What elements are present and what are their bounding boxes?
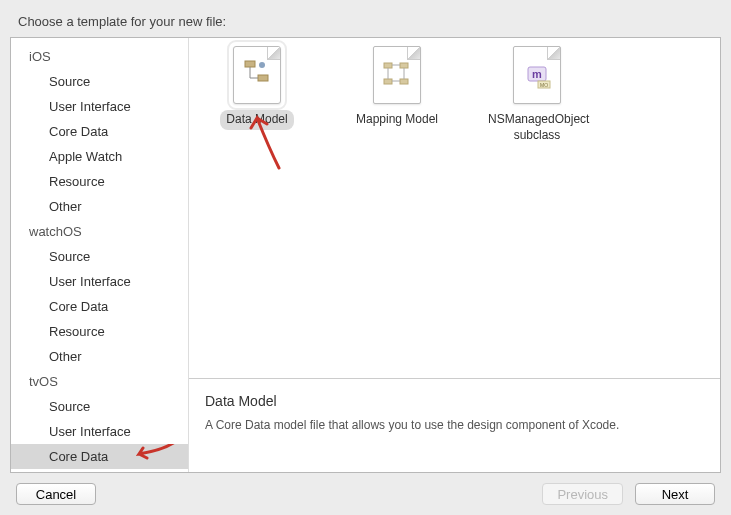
svg-point-2 [259,62,265,68]
template-label: Mapping Model [350,110,444,130]
sidebar-item-tvos-core-data[interactable]: Core Data [11,444,188,469]
detail-description: A Core Data model file that allows you t… [205,417,704,434]
dialog-title: Choose a template for your new file: [10,14,721,29]
svg-rect-1 [258,75,268,81]
svg-rect-6 [400,79,408,84]
content-area: Data Model Ma [189,38,720,472]
svg-rect-3 [384,63,392,68]
new-file-template-dialog: Choose a template for your new file: iOS… [0,0,731,515]
sidebar-item-watchos-core-data[interactable]: Core Data [11,294,188,319]
next-button[interactable]: Next [635,483,715,505]
svg-rect-4 [400,63,408,68]
sidebar-item-ios-apple-watch[interactable]: Apple Watch [11,144,188,169]
sidebar-item-tvos-source[interactable]: Source [11,394,188,419]
previous-button: Previous [542,483,623,505]
file-icon [233,46,281,104]
sidebar-item-ios-user-interface[interactable]: User Interface [11,94,188,119]
sidebar-item-ios-resource[interactable]: Resource [11,169,188,194]
svg-rect-5 [384,79,392,84]
sidebar-item-ios-other[interactable]: Other [11,194,188,219]
sidebar-item-watchos-other[interactable]: Other [11,344,188,369]
platform-header-tvos: tvOS [11,369,188,394]
template-item-nsmanagedobject-subclass[interactable]: m MO NSManagedObject subclass [481,46,593,145]
button-row: Cancel Previous Next [10,473,721,505]
detail-pane: Data Model A Core Data model file that a… [189,378,720,472]
svg-text:m: m [532,68,542,80]
sidebar-item-ios-core-data[interactable]: Core Data [11,119,188,144]
sidebar-item-watchos-source[interactable]: Source [11,244,188,269]
annotation-arrow-icon [129,444,177,464]
platform-header-watchos: watchOS [11,219,188,244]
svg-text:MO: MO [540,82,548,88]
main-content-box: iOS Source User Interface Core Data Appl… [10,37,721,473]
platform-header-ios: iOS [11,44,188,69]
detail-title: Data Model [205,393,704,409]
template-item-mapping-model[interactable]: Mapping Model [341,46,453,130]
template-item-data-model[interactable]: Data Model [201,46,313,130]
sidebar-item-ios-source[interactable]: Source [11,69,188,94]
template-grid: Data Model Ma [189,38,720,378]
sidebar-item-watchos-user-interface[interactable]: User Interface [11,269,188,294]
sidebar-item-tvos-user-interface[interactable]: User Interface [11,419,188,444]
sidebar-item-watchos-resource[interactable]: Resource [11,319,188,344]
sidebar[interactable]: iOS Source User Interface Core Data Appl… [11,38,189,472]
template-label: Data Model [220,110,293,130]
sidebar-item-tvos-resource[interactable]: Resource [11,469,188,472]
template-label: NSManagedObject subclass [482,110,592,145]
svg-rect-0 [245,61,255,67]
file-icon: m MO [513,46,561,104]
file-icon [373,46,421,104]
cancel-button[interactable]: Cancel [16,483,96,505]
